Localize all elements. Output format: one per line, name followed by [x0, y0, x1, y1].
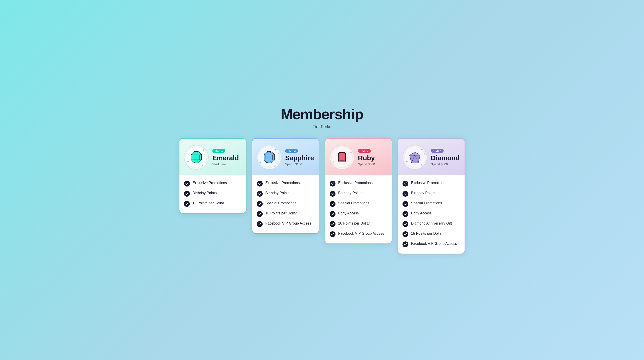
- perk-text: Special Promotions: [338, 201, 369, 206]
- perk-text: Exclusive Promotions: [192, 180, 227, 185]
- perk-item: Special Promotions: [257, 201, 314, 207]
- card-title-area: TIER 4 Diamond Spend $500: [431, 149, 460, 166]
- perk-text: Diamond Anniversary Gift: [411, 221, 452, 226]
- svg-line-4: [198, 152, 198, 153]
- svg-rect-25: [339, 153, 346, 162]
- sparkle-0: ✦: [347, 147, 350, 151]
- check-icon: [402, 191, 408, 197]
- check-icon: [402, 231, 408, 237]
- svg-line-3: [194, 152, 195, 153]
- perk-text: Facebook VIP Group Access: [265, 221, 311, 226]
- card-body: Exclusive Promotions Birthday Points 10 …: [180, 175, 246, 213]
- sparkle-2: ✦: [187, 160, 190, 163]
- sparkle-0: ✦: [202, 148, 205, 152]
- gem-circle: ✦✧✦✧: [402, 145, 427, 170]
- svg-line-18: [272, 160, 274, 160]
- svg-marker-37: [410, 155, 420, 163]
- perk-item: Facebook VIP Group Access: [330, 231, 387, 237]
- perk-text: 15 Points per Dollar: [411, 231, 443, 236]
- sparkle-3: ✧: [202, 164, 204, 168]
- check-icon: [330, 201, 336, 207]
- sparkle-3: ✧: [274, 164, 276, 168]
- svg-marker-13: [264, 152, 274, 163]
- card-title-area: TIER 3 Ruby Spend $300: [358, 149, 387, 166]
- gem-circle: ✦✧✦✧: [257, 145, 282, 170]
- svg-marker-0: [191, 152, 202, 163]
- tier-name: Sapphire: [285, 154, 314, 162]
- card-title-area: TIER 2 Sapphire Spend $100: [285, 149, 314, 166]
- gem-circle: ✦✧✦✧: [330, 145, 354, 170]
- perk-item: Birthday Points: [330, 191, 387, 197]
- perk-item: Exclusive Promotions: [184, 180, 242, 187]
- svg-line-43: [415, 155, 420, 155]
- check-icon: [184, 191, 190, 197]
- svg-line-7: [198, 162, 198, 163]
- svg-rect-11: [193, 155, 200, 160]
- perk-item: Exclusive Promotions: [257, 180, 314, 187]
- perk-text: 10 Points per Dollar: [265, 211, 297, 216]
- check-icon: [330, 221, 336, 227]
- check-icon: [330, 211, 336, 217]
- perk-text: Early Access: [338, 211, 359, 216]
- check-icon: [402, 221, 408, 227]
- sparkle-1: ✧: [350, 151, 352, 154]
- check-icon: [257, 201, 263, 207]
- tier-badge: TIER 3: [358, 149, 371, 153]
- perk-item: Exclusive Promotions: [402, 180, 460, 187]
- sparkle-3: ✧: [347, 164, 350, 168]
- perk-item: Special Promotions: [330, 201, 387, 207]
- tier-sub: Spend $100: [285, 162, 314, 166]
- check-icon: [330, 231, 336, 237]
- perk-text: 10 Points per Dollar: [192, 201, 224, 206]
- tier-sub: Spend $500: [431, 162, 460, 166]
- perk-item: Early Access: [330, 211, 387, 217]
- perk-item: Facebook VIP Group Access: [402, 241, 460, 247]
- svg-line-10: [191, 154, 193, 155]
- svg-marker-1: [191, 152, 202, 163]
- svg-marker-33: [410, 152, 420, 163]
- perk-item: Facebook VIP Group Access: [257, 221, 314, 227]
- svg-line-19: [270, 162, 271, 163]
- svg-line-21: [264, 160, 266, 160]
- perk-item: 10 Points per Dollar: [330, 221, 387, 227]
- card-title-area: TIER 1 Emerald Start here: [212, 149, 242, 166]
- perk-item: Birthday Points: [184, 191, 242, 197]
- svg-line-30: [339, 161, 340, 162]
- svg-line-15: [267, 152, 268, 153]
- page-subtitle: Tier Perks: [281, 124, 363, 129]
- perk-text: 10 Points per Dollar: [338, 221, 370, 226]
- check-icon: [402, 181, 408, 187]
- perk-item: Early Access: [402, 211, 460, 217]
- sparkle-1: ✧: [204, 153, 207, 156]
- perk-text: Exclusive Promotions: [265, 180, 300, 185]
- gem-circle: ✦✧✦✧: [184, 145, 209, 170]
- perk-item: Special Promotions: [402, 201, 460, 207]
- svg-marker-12: [264, 152, 274, 163]
- check-icon: [330, 181, 336, 187]
- tier-badge: TIER 1: [212, 149, 225, 153]
- sparkle-2: ✦: [332, 160, 334, 164]
- check-icon: [257, 211, 263, 217]
- svg-marker-2: [193, 153, 200, 162]
- svg-marker-35: [415, 152, 420, 155]
- perk-item: Birthday Points: [257, 191, 314, 197]
- perk-text: Birthday Points: [338, 191, 362, 196]
- svg-marker-34: [410, 152, 420, 163]
- perk-text: Birthday Points: [265, 191, 290, 196]
- sparkle-1: ✧: [278, 151, 280, 155]
- tier-card-emerald: ✦✧✦✧ TIER 1 Emerald Start here: [179, 138, 246, 214]
- check-icon: [257, 221, 263, 227]
- check-icon: [402, 241, 408, 247]
- perk-item: Exclusive Promotions: [330, 180, 387, 187]
- svg-line-20: [267, 162, 268, 163]
- sparkle-1: ✧: [423, 152, 426, 156]
- check-icon: [330, 191, 336, 197]
- svg-line-41: [412, 155, 415, 163]
- svg-line-27: [339, 153, 340, 154]
- svg-line-16: [270, 152, 271, 153]
- sparkle-0: ✦: [420, 148, 423, 151]
- check-icon: [184, 201, 190, 207]
- svg-line-42: [410, 155, 415, 155]
- perk-text: Facebook VIP Group Access: [338, 231, 384, 236]
- sparkle-2: ✦: [259, 161, 262, 164]
